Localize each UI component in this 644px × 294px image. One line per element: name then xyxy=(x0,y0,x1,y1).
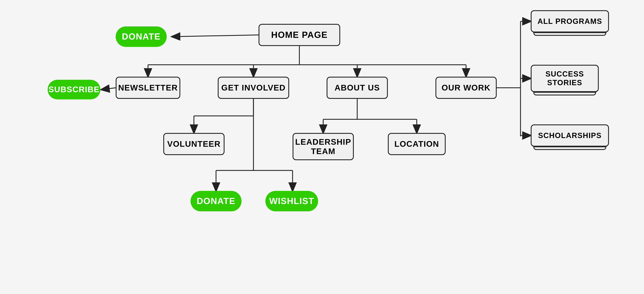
scholarships-node: SCHOLARSHIPS xyxy=(531,124,609,146)
wishlist-label: WISHLIST xyxy=(269,196,314,206)
svg-line-1 xyxy=(172,35,258,37)
donate-bottom-label: DONATE xyxy=(197,196,236,206)
subscribe-label: SUBSCRIBE xyxy=(48,85,100,94)
success-stories-label: SUCCESS STORIES xyxy=(546,70,584,87)
all-programs-node: ALL PROGRAMS xyxy=(531,10,609,32)
sitemap-diagram: HOME PAGE DONATE NEWSLETTER SUBSCRIBE GE… xyxy=(0,0,644,294)
our-work-label: OUR WORK xyxy=(442,83,490,92)
donate-top-label: DONATE xyxy=(122,32,160,41)
leadership-label: LEADERSHIP TEAM xyxy=(295,137,351,156)
scholarships-label: SCHOLARSHIPS xyxy=(538,131,602,139)
donate-top-node[interactable]: DONATE xyxy=(116,26,167,47)
success-stories-node: SUCCESS STORIES xyxy=(531,65,599,92)
donate-bottom-node[interactable]: DONATE xyxy=(190,191,242,211)
leadership-team-node: LEADERSHIP TEAM xyxy=(292,133,354,160)
wishlist-node[interactable]: WISHLIST xyxy=(265,191,318,211)
all-programs-stack: ALL PROGRAMS xyxy=(531,10,609,39)
volunteer-node: VOLUNTEER xyxy=(163,133,224,155)
homepage-node: HOME PAGE xyxy=(258,24,340,46)
homepage-label: HOME PAGE xyxy=(271,30,328,40)
volunteer-label: VOLUNTEER xyxy=(167,139,220,149)
about-us-label: ABOUT US xyxy=(334,83,380,92)
location-label: LOCATION xyxy=(394,139,439,149)
all-programs-label: ALL PROGRAMS xyxy=(538,17,602,25)
get-involved-node: GET INVOLVED xyxy=(218,77,289,99)
success-stories-stack: SUCCESS STORIES xyxy=(531,65,599,101)
subscribe-node[interactable]: SUBSCRIBE xyxy=(48,80,100,99)
scholarships-stack: SCHOLARSHIPS xyxy=(531,124,609,154)
location-node: LOCATION xyxy=(388,133,446,155)
newsletter-node: NEWSLETTER xyxy=(116,77,180,99)
about-us-node: ABOUT US xyxy=(326,77,388,99)
svg-line-8 xyxy=(101,88,116,90)
our-work-node: OUR WORK xyxy=(436,77,497,99)
get-involved-label: GET INVOLVED xyxy=(221,83,286,92)
newsletter-label: NEWSLETTER xyxy=(118,83,178,92)
